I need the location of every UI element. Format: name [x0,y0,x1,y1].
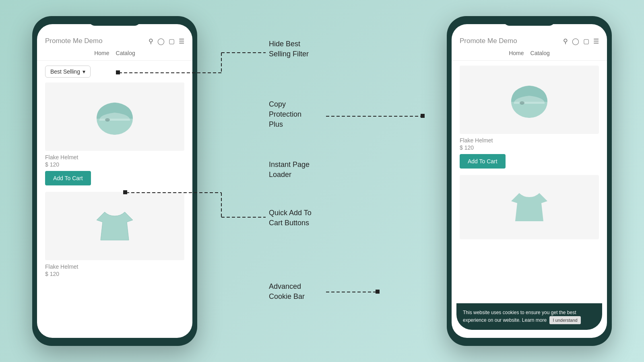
nav-home-right[interactable]: Home [509,50,524,56]
svg-text:Plus: Plus [269,120,283,128]
phone-notch-right [503,16,555,26]
right-product-2-image [460,175,599,239]
nav-catalog-right[interactable]: Catalog [530,50,550,56]
add-to-cart-btn-right[interactable]: Add To Cart [460,154,506,169]
cart-icon-right[interactable]: ▢ [583,37,589,45]
left-header-icons: ⚲ ◯ ▢ ☰ [149,37,184,45]
user-icon-right[interactable]: ◯ [572,37,579,45]
cart-icon-left[interactable]: ▢ [169,37,175,45]
left-product-grid: Flake Helmet $ 120 Add To Cart Flake Hel… [37,82,192,277]
right-product-1-price: $ 120 [460,144,599,151]
search-icon-right[interactable]: ⚲ [563,37,568,45]
right-store-header: Promote Me Demo ⚲ ◯ ▢ ☰ Home Catalog [452,24,607,61]
left-phone: Promote Me Demo ⚲ ◯ ▢ ☰ Home Catalog Bes… [32,16,197,346]
best-selling-filter[interactable]: Best Selling ▾ [45,66,91,78]
left-nav: Home Catalog [45,48,184,58]
filter-label: Best Selling [50,68,80,75]
left-product-1: Flake Helmet $ 120 Add To Cart [45,82,184,185]
svg-text:Selling Filter: Selling Filter [269,50,309,58]
right-product-grid: Flake Helmet $ 120 Add To Cart [452,61,607,239]
left-product-2-name: Flake Helmet [45,263,184,270]
left-product-2: Flake Helmet $ 120 [45,192,184,277]
svg-rect-21 [376,290,380,294]
svg-point-1 [105,118,110,121]
left-store-header: Promote Me Demo ⚲ ◯ ▢ ☰ Home Catalog [37,24,192,61]
left-product-1-price: $ 120 [45,161,184,168]
right-product-1-name: Flake Helmet [460,137,599,144]
phone-notch-left [89,16,141,26]
nav-home-left[interactable]: Home [94,50,109,56]
label-hide-filter: Hide Best [269,40,300,48]
right-nav: Home Catalog [460,48,599,58]
label-copy-protection: Copy [269,100,286,108]
right-store-name: Promote Me Demo [460,37,517,45]
svg-text:Cookie Bar: Cookie Bar [269,292,305,300]
nav-catalog-left[interactable]: Catalog [116,50,135,56]
left-product-1-image [45,82,184,151]
right-product-1-image [460,66,599,134]
svg-point-3 [520,101,524,105]
left-product-2-price: $ 120 [45,271,184,277]
svg-text:Loader: Loader [269,171,291,179]
cookie-understand-btn[interactable]: I understand [549,316,580,325]
svg-text:Cart Buttons: Cart Buttons [269,219,309,227]
left-filter-bar: Best Selling ▾ [37,61,192,82]
right-phone: Promote Me Demo ⚲ ◯ ▢ ☰ Home Catalog [447,16,612,346]
right-header-icons: ⚲ ◯ ▢ ☰ [563,37,599,45]
cookie-bar: This website uses cookies to ensure you … [456,303,602,330]
user-icon-left[interactable]: ◯ [157,37,165,45]
svg-rect-12 [421,114,425,118]
left-product-1-name: Flake Helmet [45,154,184,160]
right-product-1: Flake Helmet $ 120 Add To Cart [460,66,599,169]
filter-arrow: ▾ [83,68,85,75]
right-product-2 [460,175,599,239]
left-screen: Promote Me Demo ⚲ ◯ ▢ ☰ Home Catalog Bes… [37,24,192,338]
menu-icon-right[interactable]: ☰ [593,37,599,45]
search-icon-left[interactable]: ⚲ [149,37,153,45]
add-to-cart-btn-left[interactable]: Add To Cart [45,171,91,185]
svg-text:Protection: Protection [269,110,301,118]
right-screen: Promote Me Demo ⚲ ◯ ▢ ☰ Home Catalog [452,24,607,338]
label-quick-add: Quick Add To [269,209,312,217]
menu-icon-left[interactable]: ☰ [179,37,184,45]
label-instant-page: Instant Page [269,160,310,169]
label-cookie-bar: Advanced [269,282,301,290]
left-product-2-image [45,192,184,260]
left-store-name: Promote Me Demo [45,37,103,45]
